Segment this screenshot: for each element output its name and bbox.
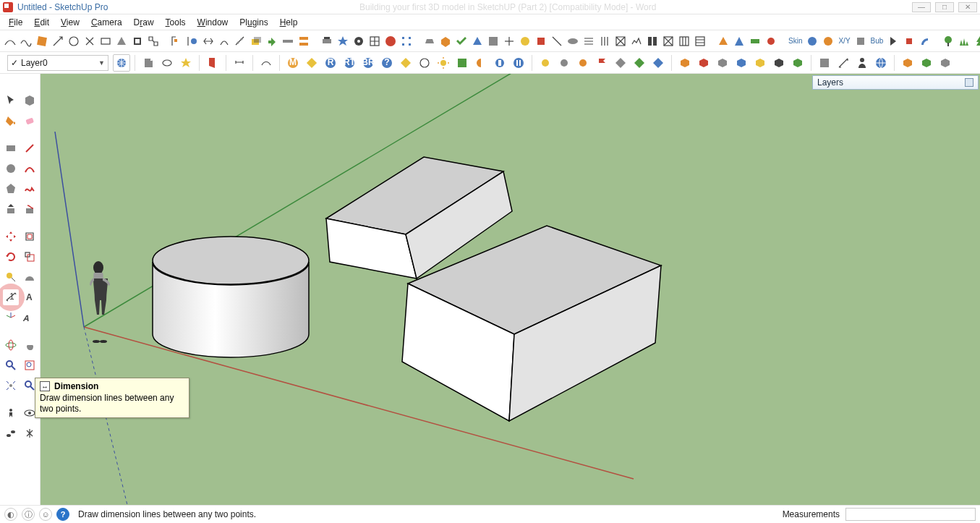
tool-generic-39[interactable]: [629, 33, 644, 50]
zoom-window-tool[interactable]: [22, 357, 38, 373]
close-button[interactable]: ✕: [958, 2, 977, 12]
tool-r2-sun[interactable]: [435, 54, 452, 72]
text-tool[interactable]: A: [22, 289, 38, 305]
tool-generic-40[interactable]: [645, 33, 660, 50]
menu-view[interactable]: View: [56, 16, 84, 29]
tool-generic-8[interactable]: [114, 33, 129, 50]
tool-badge-diamond[interactable]: [303, 54, 320, 72]
status-icon-2[interactable]: ⓘ: [22, 508, 35, 521]
tool-generic-37[interactable]: [597, 33, 612, 50]
tool-skin-1[interactable]: [805, 33, 819, 50]
3d-text-tool[interactable]: A: [22, 310, 38, 326]
component-tool[interactable]: [22, 93, 38, 109]
tool-r2-last3[interactable]: [937, 54, 954, 72]
menu-edit[interactable]: Edit: [30, 16, 54, 29]
tool-generic-46[interactable]: [748, 33, 762, 50]
tool-r2-last1[interactable]: [899, 54, 916, 72]
tool-r2-flag[interactable]: [593, 54, 610, 72]
layer-selector[interactable]: ✓ Layer0 ▼: [7, 55, 108, 71]
tool-r2-1[interactable]: [140, 54, 157, 72]
tool-generic-47[interactable]: [764, 33, 778, 50]
tool-generic-27[interactable]: [438, 33, 453, 50]
zoom-tool[interactable]: [3, 357, 19, 373]
eraser-tool[interactable]: [22, 113, 38, 129]
tool-bub-2[interactable]: [902, 33, 916, 50]
tool-generic-1[interactable]: [3, 33, 17, 50]
tool-badge-m[interactable]: M: [284, 54, 302, 72]
measurements-input[interactable]: [845, 508, 976, 521]
tool-generic-45[interactable]: [732, 33, 746, 50]
tool-generic-25[interactable]: [399, 33, 414, 50]
select-tool[interactable]: [3, 93, 19, 109]
tool-r2-5[interactable]: [231, 54, 248, 72]
tool-generic-19[interactable]: [297, 33, 311, 50]
tool-r2-2[interactable]: [158, 54, 176, 72]
tool-r2-box6[interactable]: [770, 54, 788, 72]
tool-print-icon[interactable]: [320, 33, 334, 50]
tool-generic-43[interactable]: [693, 33, 707, 50]
freehand-tool[interactable]: [22, 181, 38, 197]
tool-r2-dot1[interactable]: [537, 54, 554, 72]
layer-manager-button[interactable]: [113, 54, 130, 72]
tool-badge-r[interactable]: R: [322, 54, 339, 72]
follow-me-tool[interactable]: [22, 201, 38, 217]
tool-generic-4[interactable]: [51, 33, 65, 50]
status-icon-3[interactable]: ☺: [39, 508, 52, 521]
tool-r2-box3[interactable]: [714, 54, 731, 72]
tool-r2-dot2[interactable]: [555, 54, 573, 72]
tool-generic-31[interactable]: [502, 33, 516, 50]
tool-bub-1[interactable]: [886, 33, 900, 50]
push-pull-tool[interactable]: [3, 201, 19, 217]
tool-generic-13[interactable]: [201, 33, 216, 50]
tool-generic-5[interactable]: [67, 33, 81, 50]
label-xy[interactable]: X/Y: [837, 37, 851, 45]
label-bub[interactable]: Bub: [869, 37, 885, 45]
tool-generic-22[interactable]: [351, 33, 366, 50]
tool-generic-35[interactable]: [566, 33, 580, 50]
tool-generic-2[interactable]: [19, 33, 33, 50]
walk-tool[interactable]: [3, 425, 19, 441]
scale-tool[interactable]: [22, 249, 38, 265]
tool-r2-g2[interactable]: [472, 54, 490, 72]
tool-r2-c2[interactable]: [835, 54, 852, 72]
tool-generic-12[interactable]: [185, 33, 200, 50]
menu-window[interactable]: Window: [193, 16, 233, 29]
tool-tree-1[interactable]: [941, 33, 955, 50]
rotate-tool[interactable]: [3, 249, 19, 265]
tool-xy-1[interactable]: [853, 33, 868, 50]
tool-generic-3[interactable]: [35, 33, 49, 50]
polygon-tool[interactable]: [3, 181, 19, 197]
tool-grass-icon[interactable]: [957, 33, 971, 50]
layers-panel-toggle-icon[interactable]: [965, 78, 973, 87]
offset-tool[interactable]: [22, 229, 38, 245]
tool-generic-14[interactable]: [217, 33, 231, 50]
tool-badge-br[interactable]: BR: [359, 54, 377, 72]
minimize-button[interactable]: —: [912, 2, 931, 12]
position-camera-tool[interactable]: [3, 405, 19, 421]
tool-generic-44[interactable]: [716, 33, 730, 50]
tool-generic-33[interactable]: [534, 33, 548, 50]
line-tool[interactable]: [22, 140, 38, 156]
tool-r2-yellow-diamond[interactable]: [397, 54, 414, 72]
tool-generic-41[interactable]: [661, 33, 676, 50]
circle-tool[interactable]: [3, 161, 19, 177]
section-plane-tool[interactable]: [22, 425, 38, 441]
tool-generic-23[interactable]: [367, 33, 382, 50]
orbit-tool[interactable]: [3, 337, 19, 353]
tape-measure-tool[interactable]: [3, 269, 19, 285]
tool-generic-15[interactable]: [233, 33, 247, 50]
move-tool[interactable]: [3, 229, 19, 245]
tool-badge-rt[interactable]: RT: [341, 54, 358, 72]
menu-plugins[interactable]: Plugins: [235, 16, 272, 29]
tool-r2-dot3[interactable]: [574, 54, 592, 72]
tool-generic-10[interactable]: [146, 33, 161, 50]
tool-generic-36[interactable]: [581, 33, 596, 50]
rectangle-tool[interactable]: [3, 140, 19, 156]
tool-generic-6[interactable]: [82, 33, 97, 50]
tool-generic-38[interactable]: [613, 33, 628, 50]
arc-tool[interactable]: [22, 161, 38, 177]
tool-r2-6[interactable]: [257, 54, 275, 72]
tool-generic-32[interactable]: [518, 33, 532, 50]
tool-r2-g1[interactable]: [453, 54, 471, 72]
tool-generic-34[interactable]: [550, 33, 564, 50]
